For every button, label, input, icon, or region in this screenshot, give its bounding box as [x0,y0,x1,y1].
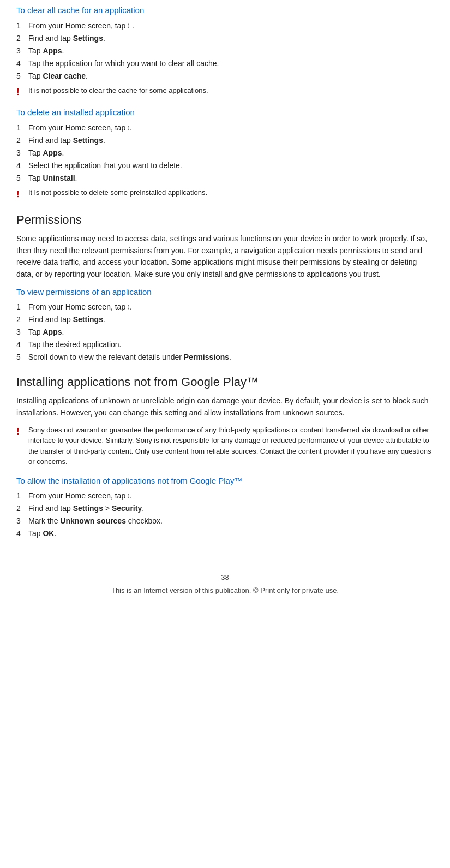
copyright-text: This is an Internet version of this publ… [111,586,339,594]
note-text: It is not possible to delete some preins… [28,187,207,198]
step-number: 4 [16,528,28,539]
list-item: 4 Tap OK. [16,528,434,539]
list-item: 1 From your Home screen, tap ⁝. [16,301,434,313]
step-text: Tap Uninstall. [28,173,77,184]
note-text: It is not possible to clear the cache fo… [28,85,208,96]
list-item: 5 Tap Clear cache. [16,70,434,82]
step-text: Select the application that you want to … [28,160,182,171]
step-number: 1 [16,490,28,502]
list-item: 2 Find and tap Settings. [16,314,434,325]
view-permissions-title: To view permissions of an application [16,286,434,299]
step-text: Find and tap Settings > Security. [28,503,144,514]
allow-install-steps: 1 From your Home screen, tap ⁝. 2 Find a… [16,490,434,539]
step-number: 3 [16,147,28,159]
warning-icon: ! [16,425,28,439]
step-text: Tap Apps. [28,45,64,57]
step-number: 3 [16,326,28,338]
step-text: From your Home screen, tap ⁝. [28,301,132,313]
step-text: Tap Apps. [28,326,64,338]
clear-cache-note: ! It is not possible to clear the cache … [16,85,434,99]
list-item: 3 Tap Apps. [16,45,434,57]
list-item: 2 Find and tap Settings. [16,33,434,44]
list-item: 3 Tap Apps. [16,147,434,159]
allow-install-title: To allow the installation of application… [16,475,434,487]
warning-icon: ! [16,85,28,99]
list-item: 1 From your Home screen, tap ⁝ . [16,20,434,32]
step-text: From your Home screen, tap ⁝ . [28,20,134,32]
note-text: Sony does not warrant or guarantee the p… [28,425,434,467]
permissions-heading: Permissions [16,211,434,229]
step-number: 5 [16,352,28,363]
step-number: 2 [16,503,28,514]
step-number: 2 [16,314,28,325]
step-number: 2 [16,33,28,44]
list-item: 4 Select the application that you want t… [16,160,434,171]
step-text: From your Home screen, tap ⁝. [28,122,132,134]
delete-app-steps: 1 From your Home screen, tap ⁝. 2 Find a… [16,122,434,184]
warning-icon: ! [16,187,28,201]
delete-app-title: To delete an installed application [16,106,434,119]
permissions-section: Permissions Some applications may need t… [16,211,434,363]
step-number: 1 [16,122,28,134]
step-number: 4 [16,160,28,171]
step-number: 3 [16,45,28,57]
not-from-play-section: Installing applications not from Google … [16,373,434,539]
step-number: 1 [16,301,28,313]
step-text: Tap the application for which you want t… [28,58,219,69]
step-number: 2 [16,135,28,146]
step-number: 4 [16,58,28,69]
page-footer: 38 This is an Internet version of this p… [16,572,434,596]
step-number: 4 [16,339,28,350]
step-text: Find and tap Settings. [28,135,105,146]
list-item: 4 Tap the application for which you want… [16,58,434,69]
list-item: 1 From your Home screen, tap ⁝. [16,490,434,502]
step-number: 5 [16,70,28,82]
step-text: Scroll down to view the relevant details… [28,352,231,363]
list-item: 2 Find and tap Settings > Security. [16,503,434,514]
view-permissions-steps: 1 From your Home screen, tap ⁝. 2 Find a… [16,301,434,363]
list-item: 3 Mark the Unknown sources checkbox. [16,515,434,527]
step-text: Tap OK. [28,528,56,539]
step-text: Find and tap Settings. [28,314,105,325]
list-item: 1 From your Home screen, tap ⁝. [16,122,434,134]
list-item: 3 Tap Apps. [16,326,434,338]
delete-app-section: To delete an installed application 1 Fro… [16,106,434,201]
not-from-play-heading: Installing applications not from Google … [16,373,434,391]
step-text: Tap Clear cache. [28,70,88,82]
step-text: Tap the desired application. [28,339,121,350]
step-number: 1 [16,20,28,32]
list-item: 4 Tap the desired application. [16,339,434,350]
step-number: 3 [16,515,28,527]
not-from-play-note: ! Sony does not warrant or guarantee the… [16,425,434,467]
list-item: 2 Find and tap Settings. [16,135,434,146]
list-item: 5 Tap Uninstall. [16,173,434,184]
list-item: 5 Scroll down to view the relevant detai… [16,352,434,363]
step-text: Find and tap Settings. [28,33,105,44]
clear-cache-steps: 1 From your Home screen, tap ⁝ . 2 Find … [16,20,434,82]
clear-cache-title: To clear all cache for an application [16,4,434,17]
permissions-body: Some applications may need to access dat… [16,233,434,281]
step-text: Mark the Unknown sources checkbox. [28,515,163,527]
step-text: Tap Apps. [28,147,64,159]
step-number: 5 [16,173,28,184]
clear-cache-section: To clear all cache for an application 1 … [16,4,434,99]
delete-app-note: ! It is not possible to delete some prei… [16,187,434,201]
not-from-play-body: Installing applications of unknown or un… [16,395,434,419]
page-number: 38 [16,572,434,583]
step-text: From your Home screen, tap ⁝. [28,490,132,502]
